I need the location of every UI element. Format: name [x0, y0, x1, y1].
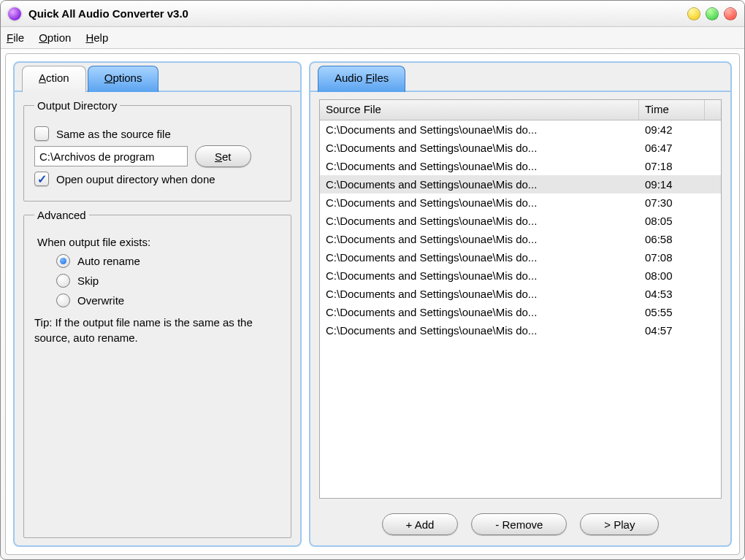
skip-radio[interactable] — [56, 274, 70, 288]
cell-time: 07:18 — [639, 160, 721, 172]
cell-source-file: C:\Documents and Settings\ounae\Mis do..… — [320, 196, 639, 209]
tab-action[interactable]: Action — [22, 66, 86, 92]
auto-rename-label: Auto rename — [77, 255, 140, 267]
cell-source-file: C:\Documents and Settings\ounae\Mis do..… — [320, 142, 639, 154]
skip-label: Skip — [77, 275, 99, 287]
cell-source-file: C:\Documents and Settings\ounae\Mis do..… — [320, 160, 639, 172]
right-tabbar: Audio Files — [310, 63, 730, 91]
table-row[interactable]: C:\Documents and Settings\ounae\Mis do..… — [320, 285, 721, 303]
table-row[interactable]: C:\Documents and Settings\ounae\Mis do..… — [320, 175, 721, 193]
app-window: Quick All Audio Converter v3.0 File Opti… — [0, 0, 745, 560]
scrollbar-header — [705, 100, 721, 120]
menu-file[interactable]: File — [7, 31, 24, 44]
cell-time: 09:14 — [639, 178, 721, 191]
cell-time: 04:53 — [639, 288, 721, 300]
table-row[interactable]: C:\Documents and Settings\ounae\Mis do..… — [320, 212, 721, 230]
output-directory-group: Output Directory Same as the source file… — [23, 99, 291, 202]
advanced-group: Advanced When output file exists: Auto r… — [23, 209, 291, 538]
overwrite-radio[interactable] — [56, 294, 70, 307]
table-row[interactable]: C:\Documents and Settings\ounae\Mis do..… — [320, 266, 721, 285]
left-panel: Action Options Output Directory Same as … — [13, 61, 302, 547]
auto-rename-radio[interactable] — [56, 254, 70, 268]
cell-source-file: C:\Documents and Settings\ounae\Mis do..… — [320, 324, 639, 337]
output-path-input[interactable] — [34, 146, 188, 166]
cell-time: 07:30 — [639, 196, 721, 209]
tab-audio-files[interactable]: Audio Files — [318, 66, 405, 92]
set-button[interactable]: Set — [195, 145, 251, 167]
open-when-done-label: Open ouput directory when done — [56, 173, 215, 185]
table-row[interactable]: C:\Documents and Settings\ounae\Mis do..… — [320, 193, 721, 212]
left-tabbar: Action Options — [15, 63, 300, 91]
cell-source-file: C:\Documents and Settings\ounae\Mis do..… — [320, 215, 639, 227]
content-area: Action Options Output Directory Same as … — [5, 53, 740, 555]
tip-text: Tip: If the output file name is the same… — [34, 315, 280, 345]
open-when-done-checkbox[interactable] — [34, 172, 49, 186]
remove-button[interactable]: - Remove — [471, 513, 567, 535]
file-list: Source File Time C:\Documents and Settin… — [319, 99, 722, 499]
menu-option[interactable]: Option — [39, 31, 71, 44]
cell-source-file: C:\Documents and Settings\ounae\Mis do..… — [320, 178, 639, 191]
cell-source-file: C:\Documents and Settings\ounae\Mis do..… — [320, 251, 639, 264]
menubar: File Option Help — [1, 27, 744, 49]
same-as-source-label: Same as the source file — [56, 128, 171, 140]
cell-time: 06:47 — [639, 142, 721, 154]
table-row[interactable]: C:\Documents and Settings\ounae\Mis do..… — [320, 230, 721, 248]
cell-source-file: C:\Documents and Settings\ounae\Mis do..… — [320, 288, 639, 300]
cell-time: 08:05 — [639, 215, 721, 227]
same-as-source-checkbox[interactable] — [34, 126, 49, 141]
cell-time: 09:42 — [639, 123, 721, 136]
add-button[interactable]: + Add — [382, 513, 459, 535]
cell-time: 06:58 — [639, 233, 721, 245]
cell-time: 04:57 — [639, 324, 721, 337]
overwrite-label: Overwrite — [77, 294, 124, 307]
cell-source-file: C:\Documents and Settings\ounae\Mis do..… — [320, 233, 639, 245]
close-button[interactable] — [724, 7, 737, 20]
cell-time: 08:00 — [639, 269, 721, 282]
minimize-button[interactable] — [687, 7, 700, 20]
maximize-button[interactable] — [706, 7, 719, 20]
cell-source-file: C:\Documents and Settings\ounae\Mis do..… — [320, 269, 639, 282]
titlebar: Quick All Audio Converter v3.0 — [1, 1, 744, 27]
play-button[interactable]: > Play — [580, 513, 659, 535]
output-directory-legend: Output Directory — [34, 99, 120, 112]
window-title: Quick All Audio Converter v3.0 — [28, 7, 687, 20]
advanced-legend: Advanced — [34, 209, 89, 221]
col-source-file[interactable]: Source File — [320, 100, 639, 120]
table-row[interactable]: C:\Documents and Settings\ounae\Mis do..… — [320, 139, 721, 157]
col-time[interactable]: Time — [639, 100, 705, 120]
table-row[interactable]: C:\Documents and Settings\ounae\Mis do..… — [320, 157, 721, 175]
button-bar: + Add - Remove > Play — [319, 506, 722, 538]
cell-time: 05:55 — [639, 306, 721, 318]
tab-options[interactable]: Options — [88, 66, 159, 92]
table-row[interactable]: C:\Documents and Settings\ounae\Mis do..… — [320, 321, 721, 340]
cell-time: 07:08 — [639, 251, 721, 264]
when-exists-label: When output file exists: — [37, 236, 280, 248]
table-row[interactable]: C:\Documents and Settings\ounae\Mis do..… — [320, 120, 721, 139]
table-row[interactable]: C:\Documents and Settings\ounae\Mis do..… — [320, 303, 721, 321]
right-panel-body: Source File Time C:\Documents and Settin… — [310, 92, 730, 545]
list-rows[interactable]: C:\Documents and Settings\ounae\Mis do..… — [320, 120, 721, 498]
window-controls — [687, 7, 737, 20]
right-panel: Audio Files Source File Time C:\Document… — [309, 61, 732, 547]
menu-help[interactable]: Help — [85, 31, 108, 44]
left-panel-body: Output Directory Same as the source file… — [15, 92, 300, 545]
cell-source-file: C:\Documents and Settings\ounae\Mis do..… — [320, 306, 639, 318]
app-icon — [8, 7, 21, 20]
cell-source-file: C:\Documents and Settings\ounae\Mis do..… — [320, 123, 639, 136]
table-row[interactable]: C:\Documents and Settings\ounae\Mis do..… — [320, 248, 721, 266]
list-header: Source File Time — [320, 100, 721, 120]
